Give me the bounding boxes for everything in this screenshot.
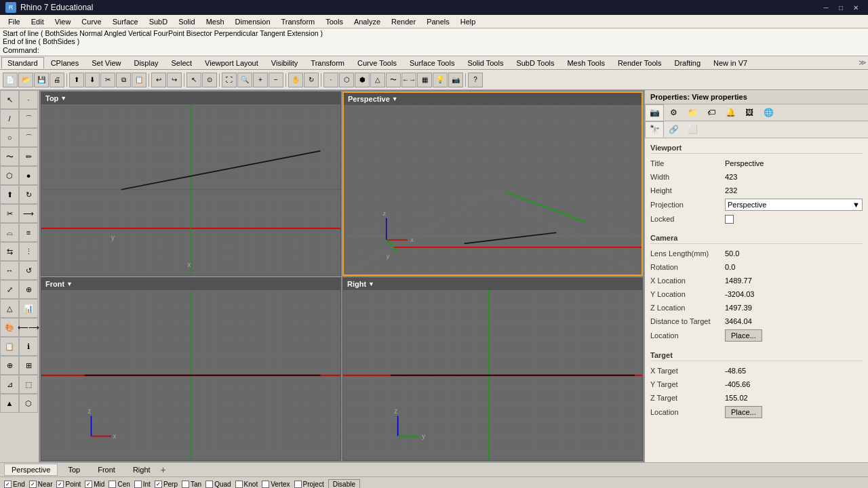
prop-projection-dropdown[interactable]: Perspective ▼ [725, 199, 863, 211]
tool-dim[interactable]: ←→ [401, 73, 416, 87]
menu-surface[interactable]: Surface [107, 16, 144, 27]
snap-vertex-check[interactable] [262, 481, 269, 488]
menu-render[interactable]: Render [386, 16, 421, 27]
snap-point[interactable]: Point [56, 481, 81, 488]
tool-freeform[interactable]: ✏ [19, 147, 38, 166]
tab-cplanes[interactable]: CPlanes [45, 57, 85, 68]
snap-tan[interactable]: Tan [182, 481, 201, 488]
vptab-add[interactable]: + [161, 464, 166, 475]
viewport-perspective-header[interactable]: Perspective ▼ [344, 93, 642, 105]
tool-save[interactable]: 💾 [34, 73, 49, 87]
snap-int-check[interactable] [134, 481, 142, 488]
tool-trim[interactable]: ✂ [0, 204, 19, 223]
menu-subd[interactable]: SubD [144, 16, 174, 27]
tool-mirror[interactable]: ⇆ [0, 242, 19, 261]
snap-cen[interactable]: Cen [108, 481, 130, 488]
tool-hatch[interactable]: ▦ [417, 73, 432, 87]
tool-prop[interactable]: ℹ [19, 337, 38, 356]
prop-locked-checkbox[interactable] [725, 215, 734, 224]
tool-zoom-ext[interactable]: ⛶ [222, 73, 237, 87]
snap-knot-check[interactable] [235, 481, 243, 488]
tool-analysis[interactable]: 📊 [19, 299, 38, 318]
tool-cplane[interactable]: ⊿ [0, 375, 19, 394]
tool-surface[interactable]: ⬡ [339, 73, 354, 87]
tool-offset[interactable]: ≡ [19, 223, 38, 242]
tab-subd-tools[interactable]: SubD Tools [510, 57, 560, 68]
snap-knot[interactable]: Knot [235, 481, 258, 488]
panel-tab-tag[interactable]: 🏷 [702, 104, 721, 121]
tab-mesh-tools[interactable]: Mesh Tools [561, 57, 610, 68]
menu-mesh[interactable]: Mesh [201, 16, 230, 27]
tool-redo[interactable]: ↪ [167, 73, 182, 87]
panel-tab-bell[interactable]: 🔔 [721, 104, 740, 121]
tool-scale[interactable]: ⤢ [0, 280, 19, 299]
snap-quad[interactable]: Quad [205, 481, 231, 488]
tool-grid[interactable]: ⊞ [19, 356, 38, 375]
tool-curve[interactable]: 〜 [386, 73, 401, 87]
snap-cen-check[interactable] [108, 481, 116, 488]
vptab-right[interactable]: Right [125, 464, 158, 476]
tool-point-btn[interactable]: · [19, 90, 38, 109]
tool-line[interactable]: / [0, 109, 19, 128]
tab-solid-tools[interactable]: Solid Tools [461, 57, 509, 68]
tool-rotate[interactable]: ↻ [304, 73, 319, 87]
panel-tab-globe[interactable]: 🌐 [759, 104, 778, 121]
tool-open[interactable]: 📂 [18, 73, 33, 87]
tool-import[interactable]: ⬇ [85, 73, 100, 87]
prop-target-location-btn[interactable]: Place... [725, 406, 762, 418]
tool-camera2[interactable]: 📷 [448, 73, 463, 87]
toolbar-overflow[interactable]: ≫ [859, 58, 867, 67]
viewport-top-header[interactable]: Top ▼ [41, 92, 340, 104]
tool-paste[interactable]: 📋 [132, 73, 146, 87]
snap-tan-check[interactable] [182, 481, 189, 488]
viewport-front[interactable]: Front ▼ [41, 277, 341, 462]
minimize-button[interactable]: ─ [819, 2, 833, 13]
snap-disable-btn[interactable]: Disable [328, 479, 360, 488]
menu-panels[interactable]: Panels [421, 16, 455, 27]
panel-subtab-rect[interactable]: ⬜ [683, 121, 702, 138]
viewport-right[interactable]: Right ▼ [342, 277, 643, 462]
tool-circle[interactable]: ○ [0, 128, 19, 147]
snap-end[interactable]: End [4, 481, 25, 488]
panel-subtab-cam[interactable]: 🔭 [645, 121, 664, 138]
tool-layer[interactable]: 📋 [0, 337, 19, 356]
tool-copy[interactable]: ⧉ [116, 73, 131, 87]
tab-curve-tools[interactable]: Curve Tools [351, 57, 403, 68]
menu-edit[interactable]: Edit [26, 16, 50, 27]
menu-solid[interactable]: Solid [173, 16, 200, 27]
tool-box[interactable]: ⬡ [0, 166, 19, 185]
tool-zoom-win[interactable]: 🔍 [237, 73, 252, 87]
tool-sphere[interactable]: ● [19, 166, 38, 185]
snap-project-check[interactable] [294, 481, 302, 488]
menu-view[interactable]: View [50, 16, 77, 27]
tool-print[interactable]: 🖨 [50, 73, 64, 87]
tool-polyline[interactable]: ⌒ [19, 109, 38, 128]
menu-help[interactable]: Help [455, 16, 481, 27]
tool-snap2[interactable]: ⊕ [0, 356, 19, 375]
menu-analyze[interactable]: Analyze [349, 16, 386, 27]
tool-dim2[interactable]: ⟵⟶ [19, 318, 38, 337]
snap-int[interactable]: Int [134, 481, 151, 488]
menu-dimension[interactable]: Dimension [230, 16, 276, 27]
panel-tab-camera[interactable]: 📷 [645, 104, 664, 121]
tool-curve2[interactable]: 〜 [0, 147, 19, 166]
menu-curve[interactable]: Curve [76, 16, 106, 27]
tab-standard[interactable]: Standard [1, 57, 44, 68]
tool-render2[interactable]: 🎨 [0, 318, 19, 337]
restore-button[interactable]: □ [834, 2, 848, 13]
tool-fillet[interactable]: ⌓ [0, 223, 19, 242]
tool-help[interactable]: ? [468, 73, 483, 87]
snap-vertex[interactable]: Vertex [262, 481, 290, 488]
snap-project[interactable]: Project [294, 481, 324, 488]
tool-view3[interactable]: ⬚ [19, 375, 38, 394]
menu-file[interactable]: File [3, 16, 26, 27]
tool-cut[interactable]: ✂ [100, 73, 115, 87]
tool-lasso[interactable]: ⊙ [202, 73, 217, 87]
snap-mid[interactable]: Mid [85, 481, 104, 488]
viewport-perspective[interactable]: Perspective ▼ [342, 92, 643, 276]
tool-rotate2[interactable]: ↺ [19, 261, 38, 280]
close-button[interactable]: ✕ [849, 2, 863, 13]
tool-solid[interactable]: ⬢ [355, 73, 370, 87]
tool-select-btn[interactable]: ↖ [0, 90, 19, 109]
prop-cam-location-btn[interactable]: Place... [725, 329, 762, 342]
